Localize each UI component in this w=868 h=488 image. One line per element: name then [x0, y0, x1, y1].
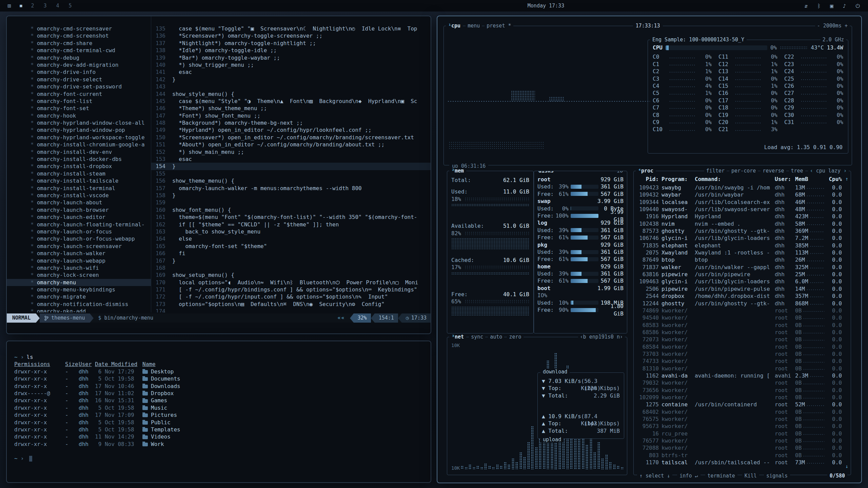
file-item[interactable]: *omarchy-hook [7, 112, 151, 119]
process-row[interactable]: 74869 kworker/ root 0B 0.0 [637, 307, 842, 314]
process-row[interactable]: 72088 kworker/ root 0B 0.0 [637, 444, 842, 451]
process-row[interactable]: 68586 kworker/ root 0B 0.0 [637, 329, 842, 336]
code-pane[interactable]: 135 case $(menu "Toggle" "▣ Screensaver\… [151, 16, 431, 312]
file-item[interactable]: *omarchy-launch-about [7, 199, 151, 206]
file-item[interactable]: *omarchy-font-set [7, 105, 151, 112]
proc-option-button[interactable]: per-core [729, 168, 758, 174]
cpu-box-title[interactable]: ¹cpu [446, 23, 463, 29]
process-row[interactable]: 1170 tailscal /usr/sbin/tailscaled -- ro… [637, 459, 842, 466]
proc-footer-button[interactable]: Kill [742, 473, 759, 479]
process-row[interactable]: 102438 nvim nvim --embed . dhh 58M 0.0 [637, 220, 842, 227]
process-row[interactable]: 63816 pipewire /usr/bin/pipewire dhh 25M… [637, 271, 842, 278]
file-item[interactable]: *omarchy-cmd-terminal-cwd [7, 47, 151, 54]
process-row[interactable]: 87573 ghostty /usr/bin/ghostty --gtk- dh… [637, 227, 842, 235]
file-item[interactable]: *omarchy-font-list [7, 98, 151, 105]
updates-icon[interactable]: ⇵ [805, 3, 808, 9]
process-row[interactable]: 1916 Hyprland Hyprland dhh 423M 0.0 [637, 213, 842, 220]
process-row[interactable]: 94540 kworker/ root 0B 0.0 [637, 314, 842, 321]
proc-footer-button[interactable]: signals [764, 473, 790, 479]
file-item[interactable]: *omarchy-launch-screensaver [7, 243, 151, 250]
btop-preset-button[interactable]: preset * [485, 23, 513, 29]
process-row[interactable]: 71835 elephant elephant dhh 385M 0.0 [637, 242, 842, 249]
proc-option-button[interactable]: reverse [761, 168, 786, 174]
file-item[interactable]: *omarchy-drive-set-password [7, 83, 151, 90]
file-item[interactable]: *omarchy-install-dropbox [7, 163, 151, 170]
file-item[interactable]: *omarchy-dev-add-migration [7, 61, 151, 68]
file-item[interactable]: *omarchy-hyprland-workspace-toggle [7, 134, 151, 141]
process-row[interactable]: 68402 kworker/ root 0B 0.0 [637, 408, 842, 415]
file-item[interactable]: *omarchy-install-terminal [7, 185, 151, 192]
proc-header[interactable]: Pid: Program: Command: User: MemB Cpu% [637, 176, 842, 182]
workspace-button[interactable]: 2 [31, 3, 34, 9]
process-row[interactable]: 1275 containe /usr/bin/containerd root 5… [637, 401, 842, 408]
process-row[interactable]: 2075 Xwayland Xwayland :1 -rootless - dh… [637, 249, 842, 256]
file-item[interactable]: *omarchy-launch-floating-terminal- [7, 221, 151, 228]
file-item[interactable]: *omarchy-launch-editor [7, 214, 151, 221]
file-item[interactable]: *omarchy-pkg-add [7, 308, 151, 312]
file-item[interactable]: *omarchy-menu [7, 279, 151, 286]
workspace-active-icon[interactable]: ■ [20, 3, 22, 8]
process-row[interactable]: 76575 kworker/ root 0B 0.0 [637, 415, 842, 423]
update-interval-control[interactable]: - 2000ms + [815, 23, 850, 29]
file-item[interactable]: *omarchy-font-current [7, 90, 151, 98]
process-row[interactable]: 79032 kworker/ root 0B 0.0 [637, 379, 842, 386]
workspace-button[interactable]: 3 [44, 3, 47, 9]
volume-icon[interactable]: ♪ [843, 3, 846, 9]
power-icon[interactable]: ⏻ [855, 3, 860, 9]
file-item[interactable]: *omarchy-debug [7, 54, 151, 61]
net-option-button[interactable]: zero [507, 334, 523, 340]
file-item[interactable]: *omarchy-cmd-screenshot [7, 32, 151, 39]
process-row[interactable]: 109463 glycin-i /usr/lib/glycin-loaders … [637, 278, 842, 285]
proc-footer-button[interactable]: info ↵ [677, 473, 700, 479]
sort-selector[interactable]: ‹ cpu lazy › [808, 168, 849, 174]
process-row[interactable]: 1162 avahi-da avahi-daemon: running [ av… [637, 372, 842, 379]
file-item[interactable]: *omarchy-drive-info [7, 68, 151, 76]
proc-footer-button[interactable]: terminate [705, 473, 737, 479]
process-row[interactable]: 87649 btop btop dhh 26M 0.0 [637, 256, 842, 263]
process-row[interactable]: 2506 pipewire /usr/bin/pipewire-pulse dh… [637, 285, 842, 292]
process-row[interactable]: 73656 kworker/ root 0B 0.0 [637, 387, 842, 394]
net-box-title[interactable]: ³net [449, 334, 466, 340]
file-item[interactable]: *omarchy-install-tailscale [7, 177, 151, 184]
process-row[interactable]: 109423 swaybg /usr/bin/swaybg -i /hom dh… [637, 184, 842, 191]
net-option-button[interactable]: sync [469, 334, 485, 340]
process-row[interactable]: 12244 ghostty /usr/bin/ghostty --gtk- dh… [637, 300, 842, 307]
process-row[interactable]: 73703 kworker/ root 0B 0.0 [637, 350, 842, 358]
file-item[interactable]: *omarchy-hyprland-window-close-all [7, 119, 151, 126]
file-item[interactable]: *omarchy-launch-or-focus-webapp [7, 235, 151, 242]
scroll-down-icon[interactable]: ↓ [845, 463, 848, 469]
btop-menu-button[interactable]: menu [466, 23, 482, 29]
mem-box-title[interactable]: ²mem [449, 168, 466, 174]
file-item[interactable]: *omarchy-launch-walker [7, 250, 151, 257]
proc-box-title[interactable]: ⁴proc [636, 168, 656, 174]
process-row[interactable]: 109440 swayosd- /usr/lib/swayosd-server … [637, 206, 842, 213]
process-row[interactable]: 68584 kworker/ root 0B 0.0 [637, 343, 842, 350]
file-item[interactable]: *omarchy-launch-browser [7, 206, 151, 214]
scroll-up-icon[interactable]: ↑ [845, 176, 848, 182]
io-mode-toggle[interactable]: io [615, 171, 625, 174]
file-item[interactable]: *omarchy-menu-keybindings [7, 286, 151, 293]
process-row[interactable]: 71837 walker /usr/bin/walker --gappl dhh… [637, 264, 842, 271]
process-row[interactable]: 803 btrfs-tr root 0B 0.0 [637, 452, 842, 459]
screenshare-icon[interactable]: ▣ [830, 3, 833, 9]
file-item[interactable]: *omarchy-launch-wifi [7, 264, 151, 271]
file-item[interactable]: *omarchy-install-vscode [7, 192, 151, 199]
process-row[interactable]: 106746 glycin-i /usr/lib/glycin-loaders … [637, 235, 842, 242]
process-row[interactable]: 16 rcu_pree root 0B 0.0 [637, 430, 842, 437]
workspace-button[interactable]: 4 [56, 3, 59, 9]
process-row[interactable]: 2544 dropbox /home/dhh/.dropbox-dist dhh… [637, 292, 842, 300]
proc-footer-button[interactable]: ↑ select ↓ [637, 473, 672, 479]
file-item[interactable]: *omarchy-launch-or-focus [7, 228, 151, 235]
file-item[interactable]: *omarchy-launch-webapp [7, 257, 151, 264]
proc-option-button[interactable]: tree [789, 168, 805, 174]
net-option-button[interactable]: auto [488, 334, 504, 340]
file-item[interactable]: *omarchy-notification-dismiss [7, 301, 151, 308]
file-item[interactable]: *omarchy-install-steam [7, 170, 151, 177]
workspace-button[interactable]: 5 [69, 3, 72, 9]
file-item[interactable]: *omarchy-hyprland-window-pop [7, 126, 151, 134]
process-row[interactable]: 72073 kworker/ root 0B 0.0 [637, 336, 842, 343]
file-item[interactable]: *omarchy-install-chromium-google-a [7, 141, 151, 148]
process-row[interactable]: 68583 kworker/ root 0B 0.0 [637, 322, 842, 329]
disks-box-title[interactable]: disks [536, 171, 556, 174]
file-item[interactable]: *omarchy-lock-screen [7, 271, 151, 279]
